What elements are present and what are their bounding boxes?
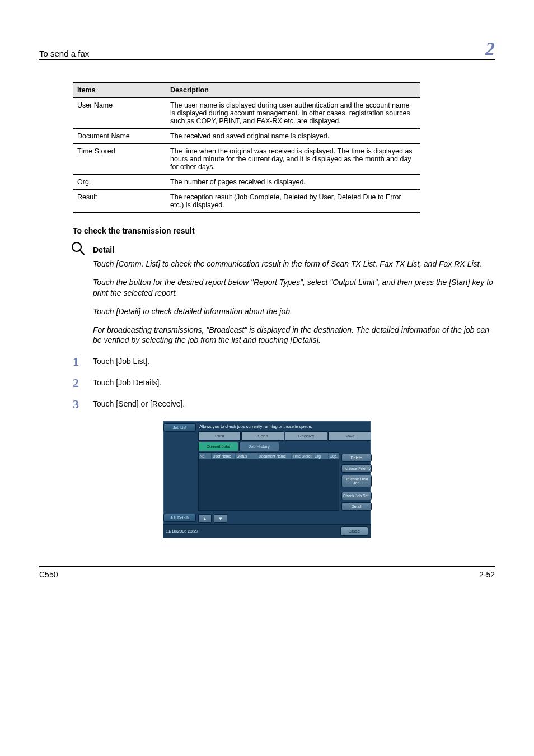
col-no: No. xyxy=(199,453,212,459)
col-items: Items xyxy=(73,83,166,98)
item-cell: Result xyxy=(73,190,166,213)
detail-paragraph: Touch the button for the desired report … xyxy=(93,277,495,298)
scroll-down-button[interactable]: ▼ xyxy=(214,514,227,523)
col-status: Status xyxy=(236,453,257,459)
svg-line-1 xyxy=(80,250,84,254)
col-cop: Cop. xyxy=(329,453,339,459)
items-description-table: Items Description User Name The user nam… xyxy=(73,82,420,213)
table-row: Document Name The received and saved ori… xyxy=(73,129,420,144)
delete-button[interactable]: Delete xyxy=(341,454,372,462)
job-list-button[interactable]: Job List xyxy=(163,423,196,432)
tab-send[interactable]: Send xyxy=(241,431,284,441)
check-job-set-button[interactable]: Check Job Set. xyxy=(341,492,372,500)
col-doc: Document Name xyxy=(257,453,292,459)
detail-block: Detail Touch [Comm. List] to check the c… xyxy=(73,245,495,346)
table-row: User Name The user name is displayed dur… xyxy=(73,98,420,129)
tab-save[interactable]: Save xyxy=(328,431,371,441)
tab-print[interactable]: Print xyxy=(198,431,241,441)
item-cell: Document Name xyxy=(73,129,166,144)
desc-cell: The reception result (Job Complete, Dele… xyxy=(166,190,420,213)
arrow-down-icon: ▼ xyxy=(218,516,223,521)
page-footer: C550 2-52 xyxy=(39,566,495,579)
step-item: Touch [Job List]. xyxy=(73,357,495,366)
step-item: Touch [Job Details]. xyxy=(73,378,495,387)
item-cell: User Name xyxy=(73,98,166,129)
page-header: To send a fax 2 xyxy=(39,39,495,60)
footer-right: 2-52 xyxy=(479,570,495,579)
job-table-header: No. User Name Status Document Name Time … xyxy=(199,453,339,459)
table-row: Result The reception result (Job Complet… xyxy=(73,190,420,213)
table-row: Org. The number of pages received is dis… xyxy=(73,175,420,190)
table-row: Time Stored The time when the original w… xyxy=(73,144,420,175)
scroll-up-button[interactable]: ▲ xyxy=(198,514,212,523)
col-user: User Name xyxy=(212,453,236,459)
desc-cell: The number of pages received is displaye… xyxy=(166,175,420,190)
footer-left: C550 xyxy=(39,570,58,579)
sub-tabs: Current Jobs Job History xyxy=(198,442,372,451)
job-details-button[interactable]: Job Details xyxy=(163,514,196,522)
increase-priority-button[interactable]: Increase Priority xyxy=(341,464,372,473)
col-description: Description xyxy=(166,83,420,98)
magnifier-icon xyxy=(71,241,86,259)
tab-receive[interactable]: Receive xyxy=(285,431,327,441)
step-item: Touch [Send] or [Receive]. xyxy=(73,399,495,408)
arrow-up-icon: ▲ xyxy=(203,516,207,521)
detail-button[interactable]: Detail xyxy=(341,502,372,511)
section-title: To check the transmission result xyxy=(73,226,495,235)
desc-cell: The user name is displayed during user a… xyxy=(166,98,420,129)
subtab-current-jobs[interactable]: Current Jobs xyxy=(198,442,238,451)
job-list-panel: Job List Job Details Allows you to check… xyxy=(163,421,371,538)
col-org: Org. xyxy=(313,453,329,459)
col-time: Time Stored xyxy=(292,453,313,459)
header-title: To send a fax xyxy=(39,49,89,58)
release-held-job-button[interactable]: Release Held Job xyxy=(341,475,372,487)
job-table: No. User Name Status Document Name Time … xyxy=(198,452,339,511)
detail-paragraph: For broadcasting transmissions, "Broadca… xyxy=(93,325,495,346)
subtab-job-history[interactable]: Job History xyxy=(239,442,279,451)
main-tabs: Print Send Receive Save xyxy=(198,431,372,441)
detail-paragraph: Touch [Comm. List] to check the communic… xyxy=(93,259,495,269)
item-cell: Time Stored xyxy=(73,144,166,175)
steps-list: Touch [Job List]. Touch [Job Details]. T… xyxy=(73,357,495,408)
timestamp: 11/16/2006 23:27 xyxy=(166,529,198,534)
close-button[interactable]: Close xyxy=(340,526,368,536)
action-buttons: Delete Increase Priority Release Held Jo… xyxy=(341,452,372,511)
detail-label: Detail xyxy=(93,245,495,254)
item-cell: Org. xyxy=(73,175,166,190)
desc-cell: The received and saved original name is … xyxy=(166,129,420,144)
hint-text: Allows you to check jobs currently runni… xyxy=(198,423,372,431)
chapter-number: 2 xyxy=(485,39,495,58)
desc-cell: The time when the original was received … xyxy=(166,144,420,175)
status-bar: 11/16/2006 23:27 Close xyxy=(163,524,371,538)
detail-paragraph: Touch [Detail] to check detailed informa… xyxy=(93,306,495,317)
